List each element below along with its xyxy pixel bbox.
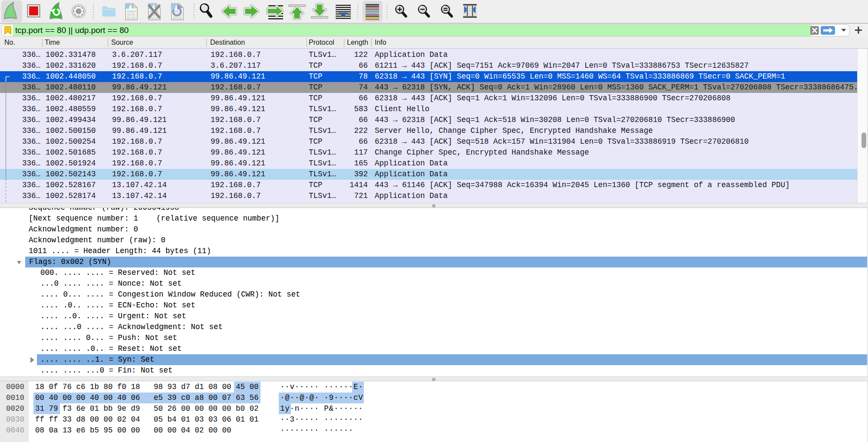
svg-text:01010: 01010 <box>127 10 136 13</box>
svg-text:01101: 01101 <box>127 13 136 16</box>
svg-text:01110: 01110 <box>173 16 182 20</box>
svg-text:01110: 01110 <box>127 16 136 20</box>
